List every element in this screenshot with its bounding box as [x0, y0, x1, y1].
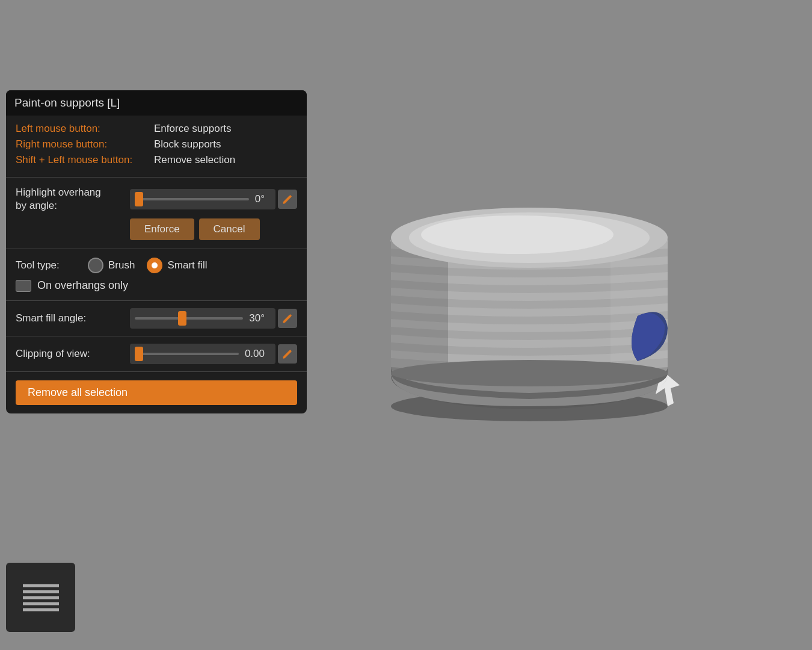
- left-mouse-label: Left mouse button:: [16, 123, 154, 135]
- tool-type-section: Tool type: Brush Smart fill On overhangs…: [6, 249, 307, 301]
- left-mouse-action: Enforce supports: [154, 123, 232, 135]
- shift-mouse-action: Remove selection: [154, 154, 235, 166]
- smart-fill-option[interactable]: Smart fill: [147, 258, 207, 273]
- clipping-label: Clipping of view:: [16, 348, 130, 360]
- highlight-overhang-section: Highlight overhangby angle: 0° Enforce C…: [6, 178, 307, 249]
- smart-fill-radio[interactable]: [147, 258, 162, 273]
- overhang-value: 0°: [255, 193, 265, 205]
- smart-fill-angle-section: Smart fill angle: 30°: [6, 301, 307, 336]
- clipping-value: 0.00: [245, 348, 265, 360]
- overhang-label: Highlight overhangby angle:: [16, 186, 130, 212]
- overhang-row: Highlight overhangby angle: 0°: [16, 186, 297, 212]
- mouse-row-right: Right mouse button: Block supports: [16, 138, 297, 150]
- overhang-slider-thumb[interactable]: [135, 192, 143, 206]
- shift-mouse-label: Shift + Left mouse button:: [16, 154, 154, 166]
- layers-svg: [17, 574, 65, 622]
- cancel-button[interactable]: Cancel: [199, 218, 260, 240]
- tool-type-label: Tool type:: [16, 259, 88, 271]
- 3d-model-svg: [343, 111, 716, 430]
- svg-point-13: [421, 215, 614, 254]
- mouse-bindings-section: Left mouse button: Enforce supports Righ…: [6, 116, 307, 178]
- clipping-section: Clipping of view: 0.00: [6, 336, 307, 372]
- smart-fill-label: Smart fill: [167, 259, 207, 271]
- 3d-model-area: [313, 90, 746, 451]
- remove-all-button[interactable]: Remove all selection: [16, 380, 297, 405]
- smart-fill-slider-track[interactable]: [135, 317, 243, 320]
- enforce-cancel-row: Enforce Cancel: [130, 218, 297, 240]
- smart-fill-angle-label: Smart fill angle:: [16, 312, 130, 324]
- clipping-edit-icon[interactable]: [278, 344, 297, 364]
- clipping-slider-container[interactable]: 0.00: [130, 344, 275, 364]
- overhang-only-label: On overhangs only: [37, 279, 128, 292]
- clipping-slider-thumb[interactable]: [135, 347, 143, 361]
- mouse-row-left: Left mouse button: Enforce supports: [16, 123, 297, 135]
- brush-option[interactable]: Brush: [88, 258, 135, 273]
- smart-fill-edit-icon[interactable]: [278, 309, 297, 328]
- brush-label: Brush: [108, 259, 135, 271]
- smart-fill-angle-row: Smart fill angle: 30°: [16, 308, 297, 329]
- remove-all-section: Remove all selection: [6, 372, 307, 413]
- tool-type-row: Tool type: Brush Smart fill: [16, 258, 297, 273]
- layers-icon[interactable]: [6, 563, 75, 632]
- overhang-edit-icon[interactable]: [278, 190, 297, 209]
- right-mouse-label: Right mouse button:: [16, 138, 154, 150]
- clipping-row: Clipping of view: 0.00: [16, 344, 297, 364]
- overhang-slider-track[interactable]: [135, 198, 249, 200]
- panel-title-text: Paint-on supports [L]: [14, 96, 120, 109]
- overhang-only-row: On overhangs only: [16, 279, 297, 292]
- enforce-button[interactable]: Enforce: [130, 218, 194, 240]
- smart-fill-angle-value: 30°: [249, 312, 265, 324]
- clipping-slider-track[interactable]: [135, 353, 239, 355]
- panel: Paint-on supports [L] Left mouse button:…: [6, 90, 307, 413]
- right-mouse-action: Block supports: [154, 138, 221, 150]
- panel-title: Paint-on supports [L]: [6, 90, 307, 116]
- smart-fill-slider-container[interactable]: 30°: [130, 308, 275, 329]
- smart-fill-slider-thumb[interactable]: [178, 311, 186, 326]
- brush-radio[interactable]: [88, 258, 103, 273]
- svg-point-15: [391, 360, 668, 386]
- overhang-only-checkbox[interactable]: [16, 280, 31, 292]
- mouse-row-shift: Shift + Left mouse button: Remove select…: [16, 154, 297, 166]
- overhang-slider-container[interactable]: 0°: [130, 189, 275, 209]
